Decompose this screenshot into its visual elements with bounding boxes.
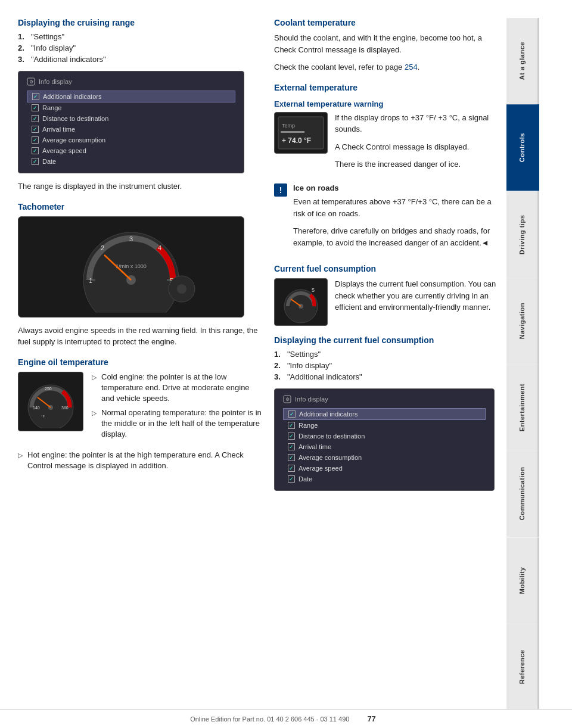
sidebar-tab-at-a-glance[interactable]: At a glance (506, 18, 539, 104)
fuel-cons-body: Displays the current fuel consumption. Y… (335, 278, 500, 320)
oil-temp-bullet-3: ▷ Hot engine: the pointer is at the high… (18, 450, 262, 471)
info-item-additional-indicators-2: ✓ Additional indicators (283, 408, 486, 420)
main-content: Displaying the cruising range 1."Setting… (0, 0, 572, 728)
info-item-avg-speed-2: ✓ Average speed (283, 463, 486, 474)
range-caption: The range is displayed in the instrument… (18, 181, 262, 192)
ext-temp-body-3: There is the increased danger of ice. (335, 158, 500, 170)
warning-title: Ice on roads (293, 182, 500, 194)
right-sidebar: At a glance Controls Driving tips Naviga… (506, 18, 539, 710)
info-item-range-2: ✓ Range (283, 420, 486, 431)
svg-text:360: 360 (61, 406, 69, 410)
sidebar-tab-communication[interactable]: Communication (506, 450, 539, 537)
fuel-step-3: 3."Additional indicators" (274, 372, 500, 381)
svg-text:4: 4 (158, 244, 161, 251)
fuel-cons-row: 5 Displays the current fuel consumption.… (274, 278, 500, 326)
info-item-avg-speed-1: ✓ Average speed (27, 145, 235, 156)
section-external-temp-warning-sub: External temperature warning (274, 99, 500, 108)
ext-temp-body-2: A Check Control message is displayed. (335, 141, 500, 153)
section-coolant-temp-heading: Coolant temperature (274, 18, 500, 27)
info-item-date-2: ✓ Date (283, 474, 486, 484)
step-2: 2."Info display" (18, 43, 262, 52)
ext-temp-body-1: If the display drops to +37 °F/ +3 °C, a… (335, 112, 500, 135)
oil-temp-bullet-2: ▷ Normal operating temperature: the poin… (92, 407, 262, 440)
info-item-avg-consumption-2: ✓ Average consumption (283, 452, 486, 463)
tacho-body: Always avoid engine speeds in the red wa… (18, 325, 262, 348)
page-container: Displaying the cruising range 1."Setting… (0, 0, 572, 728)
svg-text:⚙: ⚙ (285, 397, 290, 402)
warning-box: ! Ice on roads Even at temperatures abov… (274, 182, 500, 255)
info-display-box-2: ⚙ Info display ✓ Additional indicators ✓… (274, 388, 495, 491)
page-footer: Online Edition for Part no. 01 40 2 606 … (0, 709, 572, 728)
ext-temp-text-col: If the display drops to +37 °F/ +3 °C, a… (335, 112, 500, 176)
svg-text:1/min x 1000: 1/min x 1000 (116, 263, 147, 269)
page-number: 77 (367, 714, 375, 723)
info-item-arrival-2: ✓ Arrival time (283, 441, 486, 452)
oil-temp-bullets-col: ▷ Cold engine: the pointer is at the low… (92, 372, 262, 444)
section-current-fuel-heading: Current fuel consumption (274, 264, 500, 273)
sidebar-tab-navigation[interactable]: Navigation (506, 278, 539, 364)
fuel-gauge-image: 5 (274, 278, 328, 326)
svg-text:2: 2 (101, 244, 104, 251)
temp-display-image: Temp + 74.0 °F (274, 112, 328, 154)
section-engine-oil-temp-heading: Engine oil temperature (18, 357, 262, 367)
cruising-range-steps: 1."Settings" 2."Info display" 3."Additio… (18, 32, 262, 64)
sidebar-tab-mobility[interactable]: Mobility (506, 537, 539, 624)
info-item-arrival-1: ✓ Arrival time (27, 124, 235, 135)
info-item-range-1: ✓ Range (27, 102, 235, 113)
warning-body-1: Even at temperatures above +37 °F/+3 °C,… (293, 196, 500, 219)
footer-text: Online Edition for Part no. 01 40 2 606 … (190, 715, 349, 723)
warning-body-2: Therefore, drive carefully on bridges an… (293, 225, 500, 248)
section-displaying-fuel-heading: Displaying the current fuel consumption (274, 335, 500, 345)
oil-temp-hot-bullet: ▷ Hot engine: the pointer is at the high… (18, 450, 262, 471)
section-tachometer-heading: Tachometer (18, 202, 262, 211)
info-display-box-1: ⚙ Info display ✓ Additional indicators ✓… (18, 71, 244, 173)
svg-text:Temp: Temp (282, 123, 295, 129)
info-item-date-1: ✓ Date (27, 156, 235, 167)
right-column: Coolant temperature Should the coolant, … (274, 18, 506, 710)
svg-text:3: 3 (129, 235, 133, 242)
tachometer-image: 1 2 3 4 5 1/min x 1000 (18, 216, 244, 318)
section-cruising-range-heading: Displaying the cruising range (18, 18, 262, 27)
info-display-title-2: ⚙ Info display (283, 395, 486, 403)
ext-temp-row: Temp + 74.0 °F If the display drops to +… (274, 112, 500, 176)
oil-temp-gauge-image: 140 250 360 °F (18, 372, 83, 431)
svg-text:1: 1 (89, 277, 92, 284)
sidebar-tab-reference[interactable]: Reference (506, 624, 539, 710)
step-1: 1."Settings" (18, 32, 262, 41)
warning-icon: ! (274, 183, 287, 197)
svg-text:140: 140 (33, 406, 40, 410)
info-display-title-1: ⚙ Info display (27, 77, 235, 86)
svg-text:250: 250 (45, 387, 52, 391)
fuel-steps: 1."Settings" 2."Info display" 3."Additio… (274, 350, 500, 381)
oil-temp-bullet-1: ▷ Cold engine: the pointer is at the low… (92, 372, 262, 405)
svg-point-15 (177, 284, 186, 294)
info-item-avg-consumption-1: ✓ Average consumption (27, 135, 235, 145)
sidebar-tab-entertainment[interactable]: Entertainment (506, 364, 539, 450)
sidebar-tab-driving-tips[interactable]: Driving tips (506, 191, 539, 278)
coolant-body-1: Should the coolant, and with it the engi… (274, 32, 500, 55)
oil-temp-bullet-list: ▷ Cold engine: the pointer is at the low… (92, 372, 262, 440)
svg-text:+ 74.0 °F: + 74.0 °F (282, 136, 311, 145)
fuel-step-1: 1."Settings" (274, 350, 500, 359)
svg-rect-27 (281, 131, 304, 133)
svg-text:⚙: ⚙ (29, 79, 33, 85)
section-external-temp-heading: External temperature (274, 83, 500, 92)
step-3: 3."Additional indicators" (18, 55, 262, 64)
info-item-additional-indicators-1: ✓ Additional indicators (27, 91, 235, 102)
coolant-page-link[interactable]: 254 (405, 63, 418, 71)
info-item-distance-2: ✓ Distance to destination (283, 431, 486, 441)
warning-text: Ice on roads Even at temperatures above … (293, 182, 500, 255)
info-item-distance-1: ✓ Distance to destination (27, 113, 235, 124)
svg-text:°F: °F (41, 415, 45, 418)
engine-oil-temp-row: 140 250 360 °F ▷ Cold engine: the pointe… (18, 372, 262, 444)
left-column: Displaying the cruising range 1."Setting… (18, 18, 274, 710)
svg-text:5: 5 (312, 287, 315, 293)
coolant-body-2: Check the coolant level, refer to page 2… (274, 61, 500, 73)
fuel-step-2: 2."Info display" (274, 361, 500, 370)
sidebar-tab-controls[interactable]: Controls (506, 104, 539, 191)
